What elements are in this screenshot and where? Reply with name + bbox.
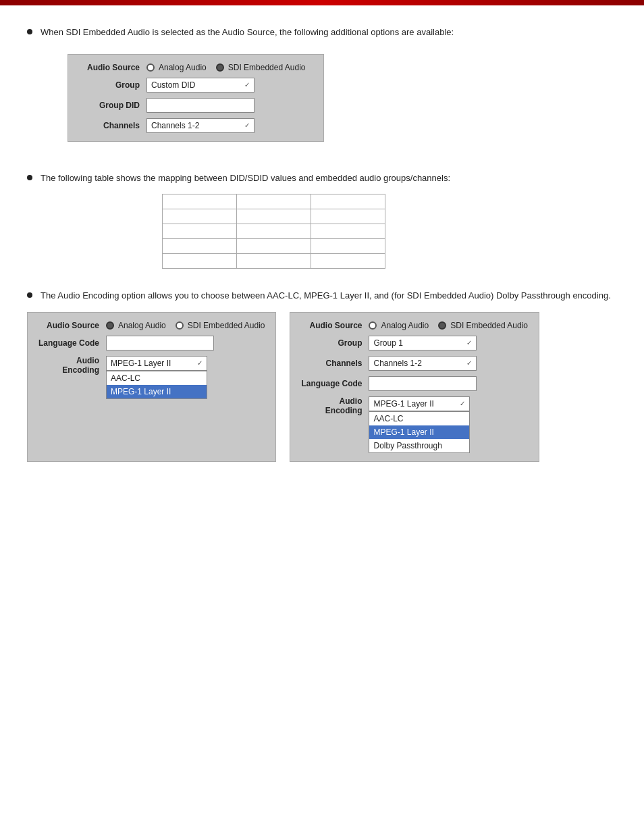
right-option-mpeg-label: MPEG-1 Layer II	[373, 427, 433, 437]
page-content: When SDI Embedded Audio is selected as t…	[0, 19, 644, 489]
sdi-audio-radio[interactable]: SDI Embedded Audio	[216, 63, 306, 72]
right-encoding-top: MPEG-1 Layer II ✓	[369, 396, 470, 411]
right-option-dolby-label: Dolby Passthrough	[373, 441, 441, 450]
left-option-aac-label: AAC-LC	[111, 373, 140, 383]
table-cell	[311, 194, 385, 209]
right-analog-label: Analog Audio	[381, 321, 429, 330]
sdi-radio-icon	[216, 63, 224, 72]
channels-row: Channels Channels 1-2 ✓	[79, 118, 313, 133]
right-channels-chevron-icon: ✓	[466, 359, 472, 367]
sdi-encoding-panel: Audio Source Analog Audio SDI Embedded A…	[290, 312, 539, 462]
table-cell	[163, 224, 237, 239]
right-encoding-dropdown: AAC-LC MPEG-1 Layer II Dolby Passthrough	[369, 411, 470, 453]
channels-value: Channels 1-2	[151, 121, 199, 130]
left-analog-radio[interactable]: Analog Audio	[106, 321, 166, 330]
left-encoding-top: MPEG-1 Layer II ✓	[106, 356, 207, 371]
right-channels-select[interactable]: Channels 1-2 ✓	[369, 356, 477, 371]
audio-source-label: Audio Source	[79, 63, 140, 72]
table-cell	[237, 239, 311, 254]
left-encoding-dropdown: AAC-LC MPEG-1 Layer II	[106, 371, 207, 399]
left-analog-radio-icon	[106, 321, 114, 330]
right-channels-row: Channels Channels 1-2 ✓	[301, 356, 527, 371]
right-encoding-label: Audio Encoding	[301, 396, 362, 415]
group-select[interactable]: Custom DID ✓	[146, 78, 254, 93]
right-group-select[interactable]: Group 1 ✓	[369, 336, 477, 350]
channels-chevron-icon: ✓	[244, 122, 250, 129]
left-option-aac[interactable]: AAC-LC	[107, 371, 207, 385]
table-cell	[311, 209, 385, 224]
group-row: Group Custom DID ✓	[79, 78, 313, 93]
table-cell	[311, 254, 385, 269]
right-encoding-value: MPEG-1 Layer II	[373, 399, 433, 409]
right-option-aac-label: AAC-LC	[373, 414, 403, 423]
right-encoding-select[interactable]: MPEG-1 Layer II ✓	[369, 396, 470, 411]
left-encoding-row: Audio Encoding MPEG-1 Layer II ✓ AAC-LC	[38, 356, 265, 399]
right-audio-source-controls: Analog Audio SDI Embedded Audio	[369, 321, 527, 330]
left-encoding-select[interactable]: MPEG-1 Layer II ✓	[106, 356, 207, 371]
top-bar	[0, 0, 644, 5]
group-label: Group	[79, 80, 140, 90]
left-lang-row: Language Code eng	[38, 336, 265, 350]
group-did-row: Group DID 0x2FF	[79, 98, 313, 113]
right-option-mpeg[interactable]: MPEG-1 Layer II	[369, 425, 469, 439]
table-row	[163, 254, 385, 269]
table-cell	[163, 194, 237, 209]
dual-panel: Audio Source Analog Audio SDI Embedded A…	[27, 312, 617, 462]
right-sdi-radio[interactable]: SDI Embedded Audio	[438, 321, 528, 330]
table-row	[163, 194, 385, 209]
left-audio-source-row: Audio Source Analog Audio SDI Embedded A…	[38, 321, 265, 330]
right-encoding-row: Audio Encoding MPEG-1 Layer II ✓ AAC-LC	[301, 396, 527, 453]
right-channels-value: Channels 1-2	[373, 359, 421, 368]
left-sdi-radio[interactable]: SDI Embedded Audio	[176, 321, 265, 330]
right-group-label: Group	[301, 338, 362, 348]
sdi-audio-label: SDI Embedded Audio	[228, 63, 306, 72]
table-cell	[311, 239, 385, 254]
bullet-dot-1	[27, 29, 32, 34]
section-3: The Audio Encoding option allows you to …	[27, 289, 617, 462]
left-encoding-value: MPEG-1 Layer II	[111, 359, 171, 368]
bullet-text-2: The following table shows the mapping be…	[41, 172, 617, 185]
group-chevron-icon: ✓	[244, 81, 250, 88]
right-audio-source-row: Audio Source Analog Audio SDI Embedded A…	[301, 321, 527, 330]
bullet-point-2: The following table shows the mapping be…	[27, 172, 617, 185]
analog-audio-radio[interactable]: Analog Audio	[146, 63, 207, 72]
table-cell	[311, 224, 385, 239]
left-option-mpeg[interactable]: MPEG-1 Layer II	[107, 385, 207, 398]
table-cell	[237, 194, 311, 209]
group-did-input[interactable]: 0x2FF	[146, 98, 254, 113]
sdi-audio-panel: Audio Source Analog Audio SDI Embedded A…	[68, 54, 324, 142]
right-analog-radio[interactable]: Analog Audio	[369, 321, 429, 330]
bullet-text-1: When SDI Embedded Audio is selected as t…	[41, 26, 617, 39]
right-encoding-group: MPEG-1 Layer II ✓ AAC-LC MPEG-1 Layer II	[369, 396, 470, 453]
table-cell	[163, 239, 237, 254]
analog-radio-icon	[146, 63, 155, 72]
audio-source-controls: Analog Audio SDI Embedded Audio	[146, 63, 305, 72]
right-analog-radio-icon	[369, 321, 377, 330]
left-option-mpeg-label: MPEG-1 Layer II	[111, 387, 171, 396]
audio-source-row: Audio Source Analog Audio SDI Embedded A…	[79, 63, 313, 72]
did-sdid-table	[162, 194, 385, 269]
bullet-point-1: When SDI Embedded Audio is selected as t…	[27, 26, 617, 39]
table-row	[163, 224, 385, 239]
right-option-dolby[interactable]: Dolby Passthrough	[369, 439, 469, 452]
analog-audio-panel: Audio Source Analog Audio SDI Embedded A…	[27, 312, 276, 462]
group-value: Custom DID	[151, 80, 195, 90]
left-analog-label: Analog Audio	[118, 321, 166, 330]
group-did-label: Group DID	[79, 101, 140, 110]
right-option-aac[interactable]: AAC-LC	[369, 412, 469, 425]
channels-select[interactable]: Channels 1-2 ✓	[146, 118, 254, 133]
table-cell	[163, 209, 237, 224]
right-lang-row: Language Code eng	[301, 376, 527, 391]
left-encoding-chevron-icon: ✓	[197, 359, 203, 367]
right-lang-input[interactable]: eng	[369, 376, 477, 391]
table-cell	[163, 254, 237, 269]
bullet-dot-2	[27, 175, 32, 180]
left-sdi-label: SDI Embedded Audio	[188, 321, 265, 330]
left-lang-input[interactable]: eng	[106, 336, 214, 350]
right-channels-label: Channels	[301, 359, 362, 368]
left-lang-label: Language Code	[38, 338, 99, 348]
channels-label: Channels	[79, 121, 140, 130]
bullet-text-3: The Audio Encoding option allows you to …	[41, 289, 617, 303]
left-encoding-label: Audio Encoding	[38, 356, 99, 375]
left-audio-source-label: Audio Source	[38, 321, 99, 330]
